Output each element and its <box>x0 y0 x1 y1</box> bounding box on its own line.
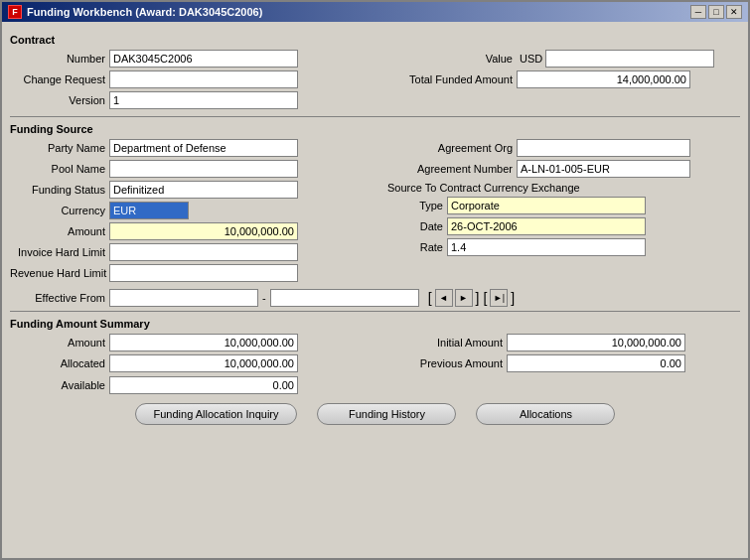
left-bracket: [ <box>427 290 433 306</box>
previous-amount-label: Previous Amount <box>387 357 507 369</box>
version-row: Version <box>10 91 387 109</box>
summary-amount-label: Amount <box>10 337 109 349</box>
summary-amount-field[interactable] <box>109 334 298 351</box>
revenue-hard-limit-field[interactable] <box>109 264 298 282</box>
contract-section: Number Change Request Version Value USD <box>10 50 740 112</box>
type-label: Type <box>387 200 447 211</box>
available-field[interactable] <box>109 376 298 394</box>
title-bar-left: F Funding Workbench (Award: DAK3045C2006… <box>8 5 262 19</box>
effective-from-field[interactable] <box>109 289 258 307</box>
total-funded-row: Total Funded Amount <box>387 70 740 88</box>
version-label: Version <box>10 94 109 106</box>
funding-status-field[interactable] <box>109 181 298 199</box>
agreement-org-field[interactable] <box>517 139 690 157</box>
type-row: Type <box>387 197 740 214</box>
allocations-button[interactable]: Allocations <box>476 403 615 425</box>
invoice-hard-limit-field[interactable] <box>109 243 298 261</box>
initial-amount-row: Initial Amount <box>387 334 740 351</box>
button-bar: Funding Allocation Inquiry Funding Histo… <box>10 397 740 429</box>
date-range-separator: - <box>258 292 270 304</box>
amount-field[interactable] <box>109 222 298 240</box>
total-funded-label: Total Funded Amount <box>387 73 517 85</box>
party-name-row: Party Name <box>10 139 387 157</box>
pool-name-label: Pool Name <box>10 163 109 175</box>
close-button[interactable]: ✕ <box>726 5 742 19</box>
date-field[interactable] <box>447 217 646 235</box>
funding-source-label: Funding Source <box>10 123 740 135</box>
value-row: Value USD <box>387 50 740 68</box>
rate-row: Rate <box>387 238 740 256</box>
summary-section: Amount Allocated Available Initial Amoun… <box>10 334 740 397</box>
exchange-section: Source To Contract Currency Exchange Typ… <box>387 182 740 256</box>
maximize-button[interactable]: □ <box>708 5 724 19</box>
invoice-hard-limit-row: Invoice Hard Limit <box>10 243 387 261</box>
party-name-label: Party Name <box>10 142 109 154</box>
change-request-field[interactable] <box>109 70 298 88</box>
amount-row: Amount <box>10 222 387 240</box>
previous-amount-field[interactable] <box>507 354 685 372</box>
contract-right: Value USD Total Funded Amount <box>387 50 740 112</box>
nav-next-button[interactable]: ► <box>455 289 473 307</box>
amount-label: Amount <box>10 225 109 237</box>
version-field[interactable] <box>109 91 298 109</box>
agreement-number-row: Agreement Number <box>387 160 740 178</box>
funding-right: Agreement Org Agreement Number Source To… <box>387 139 740 285</box>
minimize-button[interactable]: ─ <box>690 5 706 19</box>
summary-left: Amount Allocated Available <box>10 334 387 397</box>
summary-amount-row: Amount <box>10 334 387 351</box>
agreement-number-label: Agreement Number <box>387 163 517 175</box>
agreement-org-row: Agreement Org <box>387 139 740 157</box>
available-row: Available <box>10 376 387 394</box>
agreement-org-label: Agreement Org <box>387 142 517 154</box>
main-window: F Funding Workbench (Award: DAK3045C2006… <box>0 0 750 560</box>
funding-status-label: Funding Status <box>10 184 109 196</box>
right-bracket: ] <box>475 290 481 306</box>
divider-2 <box>10 311 740 312</box>
window-title: Funding Workbench (Award: DAK3045C2006) <box>27 6 262 18</box>
funding-history-button[interactable]: Funding History <box>317 403 456 425</box>
agreement-number-field[interactable] <box>517 160 690 178</box>
currency-field[interactable] <box>109 202 189 219</box>
rate-field[interactable] <box>447 238 646 256</box>
nav-last-button[interactable]: ►| <box>490 289 508 307</box>
revenue-hard-limit-row: Revenue Hard Limit <box>10 264 387 282</box>
invoice-hard-limit-label: Invoice Hard Limit <box>10 246 109 258</box>
number-label: Number <box>10 53 109 65</box>
change-request-row: Change Request <box>10 70 387 88</box>
allocated-label: Allocated <box>10 357 109 369</box>
date-label: Date <box>387 220 447 232</box>
value-label: Value <box>387 53 517 65</box>
initial-amount-field[interactable] <box>507 334 685 351</box>
available-label: Available <box>10 379 109 391</box>
nav-controls: [ ◄ ► ] [ ►| ] <box>427 289 517 307</box>
contract-left: Number Change Request Version <box>10 50 387 112</box>
party-name-field[interactable] <box>109 139 298 157</box>
window-controls: ─ □ ✕ <box>690 5 742 19</box>
nav-prev-button[interactable]: ◄ <box>435 289 453 307</box>
initial-amount-label: Initial Amount <box>387 337 507 349</box>
title-bar: F Funding Workbench (Award: DAK3045C2006… <box>2 2 748 22</box>
number-field[interactable] <box>109 50 298 68</box>
exchange-title: Source To Contract Currency Exchange <box>387 182 740 194</box>
currency-label: Currency <box>10 205 109 216</box>
funding-source-section: Party Name Pool Name Funding Status Curr… <box>10 139 740 285</box>
usd-prefix: USD <box>517 53 545 65</box>
summary-right: Initial Amount Previous Amount <box>387 334 740 397</box>
funding-allocation-inquiry-button[interactable]: Funding Allocation Inquiry <box>135 403 298 425</box>
rate-label: Rate <box>387 241 447 253</box>
right-bracket2: ] <box>510 290 516 306</box>
pool-name-field[interactable] <box>109 160 298 178</box>
previous-amount-row: Previous Amount <box>387 354 740 372</box>
total-funded-field[interactable] <box>517 70 690 88</box>
effective-to-field[interactable] <box>270 289 419 307</box>
currency-row: Currency <box>10 202 387 219</box>
effective-from-row: Effective From - [ ◄ ► ] [ ►| ] <box>10 289 740 307</box>
funding-left: Party Name Pool Name Funding Status Curr… <box>10 139 387 285</box>
app-icon: F <box>8 5 22 19</box>
value-field[interactable] <box>545 50 714 68</box>
date-row: Date <box>387 217 740 235</box>
funding-summary-label: Funding Amount Summary <box>10 318 740 330</box>
funding-status-row: Funding Status <box>10 181 387 199</box>
type-field[interactable] <box>447 197 646 214</box>
allocated-field[interactable] <box>109 354 298 372</box>
